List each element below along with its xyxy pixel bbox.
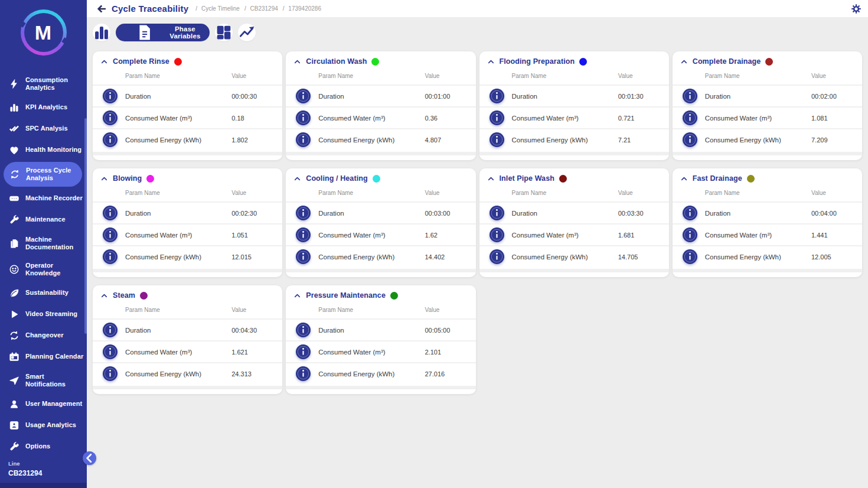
sidebar-item-machine-recorder[interactable]: Machine Recorder	[0, 188, 87, 209]
info-button[interactable]	[490, 206, 504, 220]
send-icon	[9, 375, 19, 386]
info-button[interactable]	[296, 323, 311, 337]
sidebar-item-options[interactable]: Options	[0, 436, 87, 457]
cycle-icon	[9, 169, 20, 180]
collapse-card-button[interactable]	[680, 58, 688, 66]
toolbar-button-phase-variables[interactable]: Phase Variables	[116, 24, 210, 41]
sidebar-item-health-monitoring[interactable]: Health Monitoring	[0, 139, 87, 161]
collapse-card-button[interactable]	[100, 175, 108, 183]
settings-button[interactable]	[850, 3, 862, 15]
sidebar-item-machine-documentation[interactable]: Machine Documentation	[0, 230, 87, 256]
phase-title: Pressure Maintenance	[306, 291, 386, 300]
chevron-left-icon	[83, 451, 96, 465]
info-button[interactable]	[683, 227, 697, 242]
info-button[interactable]	[296, 249, 311, 264]
info-button[interactable]	[490, 249, 504, 264]
param-name-cell: Consumed Energy (kWh)	[125, 370, 231, 378]
phase-title: Cooling / Heating	[306, 174, 367, 183]
info-button[interactable]	[103, 249, 118, 264]
info-button[interactable]	[103, 206, 118, 220]
param-value-cell: 00:01:30	[618, 93, 669, 100]
sidebar-item-user-management[interactable]: User Management	[0, 393, 87, 415]
info-icon	[683, 110, 697, 125]
sidebar-item-video-streaming[interactable]: Video Streaming	[0, 304, 87, 325]
info-button[interactable]	[103, 344, 118, 359]
info-icon	[296, 323, 311, 337]
info-button[interactable]	[296, 344, 311, 359]
param-value-cell: 00:00:30	[231, 93, 282, 100]
table-row: Consumed Water (m³) 1.051	[93, 223, 282, 245]
info-button[interactable]	[490, 227, 504, 242]
toolbar-button-trend[interactable]	[238, 24, 256, 41]
back-button[interactable]	[96, 4, 107, 14]
sidebar-item-label: Machine Documentation	[25, 236, 86, 251]
info-button[interactable]	[296, 132, 311, 147]
param-value-cell: 00:02:00	[811, 93, 862, 100]
info-icon	[683, 249, 697, 264]
param-name-cell: Consumed Energy (kWh)	[318, 253, 425, 261]
table-body: Duration 00:04:00 Consumed Water (m³) 1.…	[673, 201, 862, 267]
info-button[interactable]	[490, 89, 504, 103]
sidebar-item-label: Health Monitoring	[25, 146, 81, 154]
info-button[interactable]	[683, 132, 697, 147]
card-footer-divider	[93, 152, 282, 155]
info-button[interactable]	[683, 89, 697, 103]
info-button[interactable]	[103, 227, 118, 242]
sidebar-item-process-cycle-analysis[interactable]: Process Cycle Analysis	[4, 162, 82, 187]
collapse-card-button[interactable]	[487, 58, 495, 66]
info-button[interactable]	[103, 89, 118, 103]
sidebar-item-kpi-analytics[interactable]: KPI Analytics	[0, 97, 87, 118]
info-button[interactable]	[683, 249, 697, 264]
collapse-card-button[interactable]	[293, 292, 301, 300]
sidebar-item-planning-calendar[interactable]: Planning Calendar	[0, 346, 87, 367]
info-button[interactable]	[296, 110, 311, 125]
toolbar-button-grid[interactable]	[215, 24, 233, 41]
sidebar-scrollbar-thumb[interactable]	[84, 118, 87, 334]
sidebar-item-label: Options	[25, 443, 50, 450]
sidebar-item-operator-knowledge[interactable]: Operator Knowledge	[0, 256, 87, 282]
sidebar-collapse-button[interactable]	[83, 451, 96, 465]
info-button[interactable]	[103, 323, 118, 337]
info-button[interactable]	[683, 110, 697, 125]
breadcrumb-item[interactable]: CB231294	[240, 5, 278, 12]
chevron-up-icon	[293, 292, 301, 300]
sidebar-item-smart-notifications[interactable]: Smart Notifications	[0, 367, 87, 393]
collapse-card-button[interactable]	[680, 175, 688, 183]
info-button[interactable]	[296, 366, 311, 381]
phase-card-header: Complete Drainage	[673, 51, 862, 67]
collapse-card-button[interactable]	[293, 175, 301, 183]
info-button[interactable]	[296, 89, 311, 103]
param-name-cell: Consumed Energy (kWh)	[512, 253, 618, 261]
info-button[interactable]	[103, 366, 118, 381]
collapse-card-button[interactable]	[293, 58, 301, 66]
info-icon	[296, 249, 311, 264]
sidebar-item-sustainability[interactable]: Sustainability	[0, 282, 87, 304]
info-button[interactable]	[296, 227, 311, 242]
play-icon	[9, 309, 19, 320]
changeover-icon	[9, 330, 19, 341]
breadcrumb-item[interactable]: Cycle Timeline	[191, 5, 240, 12]
table-row: Duration 00:03:30	[479, 201, 669, 223]
table-row: Consumed Water (m³) 0.18	[93, 106, 282, 128]
info-button[interactable]	[103, 132, 118, 147]
sidebar-item-usage-analytics[interactable]: Usage Analytics	[0, 415, 87, 436]
toolbar-button-bar-chart[interactable]	[93, 24, 110, 41]
sidebar-item-changeover[interactable]: Changeover	[0, 325, 87, 346]
wrench-icon	[9, 441, 19, 452]
info-button[interactable]	[490, 132, 504, 147]
sidebar-item-spc-analysis[interactable]: SPC Analysis	[0, 118, 87, 139]
sidebar-item-maintenance[interactable]: Maintenance	[0, 209, 87, 230]
param-name-cell: Consumed Energy (kWh)	[318, 370, 425, 378]
param-name-header: Param Name	[125, 307, 231, 313]
info-button[interactable]	[683, 206, 697, 220]
card-footer-divider	[479, 269, 669, 272]
sidebar-item-consumption-analytics[interactable]: Consumption Analytics	[0, 71, 87, 97]
info-button[interactable]	[103, 110, 118, 125]
info-button[interactable]	[296, 206, 311, 220]
collapse-card-button[interactable]	[100, 58, 108, 66]
sidebar-bottom-bar	[0, 483, 87, 488]
collapse-card-button[interactable]	[487, 175, 495, 183]
breadcrumb-item[interactable]: 1739420286	[278, 5, 321, 12]
info-button[interactable]	[490, 110, 504, 125]
collapse-card-button[interactable]	[100, 292, 108, 300]
